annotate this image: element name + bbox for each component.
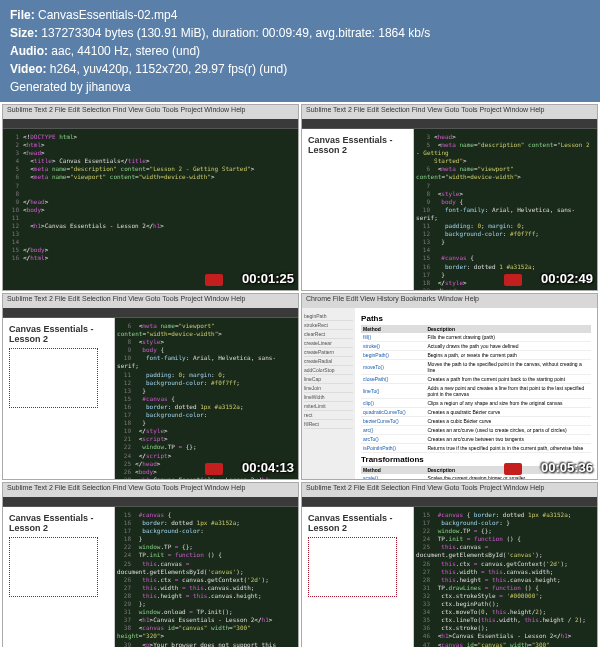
thumbnail-6: Sublime Text 2 File Edit Selection Find … (301, 482, 598, 647)
tabbar (3, 119, 298, 129)
paths-table: MethodDescription fill()Fills the curren… (361, 325, 591, 453)
menubar: Sublime Text 2 File Edit Selection Find … (3, 105, 298, 119)
video-value: h264, yuv420p, 1152x720, 29.97 fps(r) (u… (50, 62, 288, 76)
tabbar (3, 308, 298, 318)
canvas-preview (9, 348, 98, 408)
timestamp: 00:02:49 (541, 271, 593, 286)
generator: Generated by jihanova (10, 78, 590, 96)
section-paths: Paths (361, 314, 591, 323)
audio-label: Audio: (10, 44, 48, 58)
tabbar (3, 497, 298, 507)
thumbnail-5: Sublime Text 2 File Edit Selection Find … (2, 482, 299, 647)
menubar: Chrome File Edit View History Bookmarks … (302, 294, 597, 308)
thumbnail-4: Chrome File Edit View History Bookmarks … (301, 293, 598, 480)
page-heading: Canvas Essentials - Lesson 2 (9, 324, 108, 344)
browser-pane: Canvas Essentials - Lesson 2 (3, 318, 115, 479)
audio-value: aac, 44100 Hz, stereo (und) (51, 44, 200, 58)
timestamp: 00:01:25 (242, 271, 294, 286)
menubar: Sublime Text 2 File Edit Selection Find … (3, 483, 298, 497)
page-heading: Canvas Essentials - Lesson 2 (308, 135, 407, 155)
docs-content: Paths MethodDescription fill()Fills the … (355, 308, 597, 479)
code-editor: 1<!DOCTYPE html> 2<html> 3<head> 4 <titl… (3, 129, 298, 290)
menubar: Sublime Text 2 File Edit Selection Find … (3, 294, 298, 308)
code-editor: 6 <meta name="viewport" content="width=d… (115, 318, 298, 479)
page-heading: Canvas Essentials - Lesson 2 (308, 513, 407, 533)
media-info-panel: File: CanvasEssentials-02.mp4 Size: 1372… (0, 0, 600, 102)
brand-badge (205, 274, 223, 286)
code-editor: 15 #canvas { border: dotted 1px #a3152a;… (414, 507, 597, 647)
code-editor: 15 #canvas { 16 border: dotted 1px #a315… (115, 507, 298, 647)
canvas-preview (308, 537, 397, 597)
canvas-preview (9, 537, 98, 597)
tabbar (302, 497, 597, 507)
timestamp: 00:04:13 (242, 460, 294, 475)
brand-badge (205, 463, 223, 475)
video-label: Video: (10, 62, 46, 76)
docs-page: beginPathstrokeRectclearRect createLinea… (302, 308, 597, 479)
menubar: Sublime Text 2 File Edit Selection Find … (302, 483, 597, 497)
timestamp: 00:05:36 (541, 460, 593, 475)
size-label: Size: (10, 26, 38, 40)
menubar: Sublime Text 2 File Edit Selection Find … (302, 105, 597, 119)
thumbnail-2: Sublime Text 2 File Edit Selection Find … (301, 104, 598, 291)
thumbnail-1: Sublime Text 2 File Edit Selection Find … (2, 104, 299, 291)
file-value: CanvasEssentials-02.mp4 (38, 8, 177, 22)
brand-badge (504, 463, 522, 475)
file-label: File: (10, 8, 35, 22)
page-heading: Canvas Essentials - Lesson 2 (9, 513, 108, 533)
thumbnail-3: Sublime Text 2 File Edit Selection Find … (2, 293, 299, 480)
browser-pane: Canvas Essentials - Lesson 2 (302, 507, 414, 647)
code-editor: 3<head> 5 <meta name="description" conte… (414, 129, 597, 290)
tabbar (302, 119, 597, 129)
brand-badge (504, 274, 522, 286)
docs-sidebar: beginPathstrokeRectclearRect createLinea… (302, 308, 355, 479)
size-value: 137273304 bytes (130.91 MiB), duration: … (41, 26, 430, 40)
browser-pane: Canvas Essentials - Lesson 2 (3, 507, 115, 647)
thumbnail-grid: Sublime Text 2 File Edit Selection Find … (0, 102, 600, 647)
browser-pane: Canvas Essentials - Lesson 2 (302, 129, 414, 290)
